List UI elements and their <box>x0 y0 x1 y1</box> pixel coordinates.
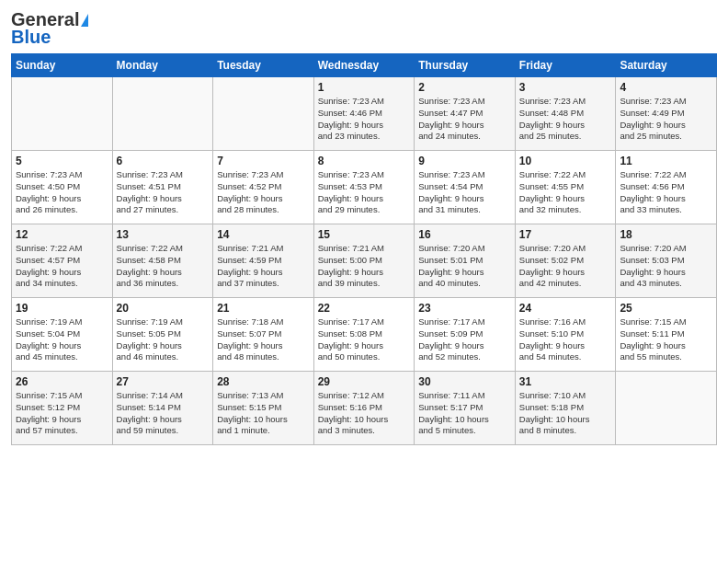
day-number: 10 <box>519 155 612 167</box>
day-info: Sunrise: 7:19 AM Sunset: 5:05 PM Dayligh… <box>117 316 210 363</box>
day-number: 25 <box>620 302 712 315</box>
day-number: 16 <box>418 228 511 241</box>
day-info: Sunrise: 7:23 AM Sunset: 4:53 PM Dayligh… <box>318 169 411 216</box>
day-cell: 9Sunrise: 7:23 AM Sunset: 4:54 PM Daylig… <box>415 151 516 224</box>
day-info: Sunrise: 7:20 AM Sunset: 5:02 PM Dayligh… <box>519 243 612 290</box>
day-number: 23 <box>418 302 511 315</box>
day-info: Sunrise: 7:21 AM Sunset: 5:00 PM Dayligh… <box>318 243 411 290</box>
day-cell: 17Sunrise: 7:20 AM Sunset: 5:02 PM Dayli… <box>515 224 616 298</box>
day-cell: 7Sunrise: 7:23 AM Sunset: 4:52 PM Daylig… <box>213 151 314 224</box>
day-info: Sunrise: 7:20 AM Sunset: 5:03 PM Dayligh… <box>620 243 712 290</box>
day-cell <box>112 77 213 151</box>
day-info: Sunrise: 7:19 AM Sunset: 5:04 PM Dayligh… <box>16 316 108 363</box>
week-row-1: 1Sunrise: 7:23 AM Sunset: 4:46 PM Daylig… <box>12 77 717 151</box>
day-info: Sunrise: 7:23 AM Sunset: 4:49 PM Dayligh… <box>620 96 712 143</box>
day-cell <box>616 372 717 445</box>
day-cell: 8Sunrise: 7:23 AM Sunset: 4:53 PM Daylig… <box>313 151 415 224</box>
day-cell: 1Sunrise: 7:23 AM Sunset: 4:46 PM Daylig… <box>313 77 415 151</box>
day-number: 4 <box>620 81 712 94</box>
day-cell: 19Sunrise: 7:19 AM Sunset: 5:04 PM Dayli… <box>12 298 113 372</box>
day-number: 17 <box>519 228 612 241</box>
day-cell <box>12 77 113 151</box>
day-cell: 28Sunrise: 7:13 AM Sunset: 5:15 PM Dayli… <box>213 372 314 445</box>
day-cell: 22Sunrise: 7:17 AM Sunset: 5:08 PM Dayli… <box>313 298 415 372</box>
day-cell: 2Sunrise: 7:23 AM Sunset: 4:47 PM Daylig… <box>415 77 516 151</box>
day-info: Sunrise: 7:23 AM Sunset: 4:47 PM Dayligh… <box>418 96 511 143</box>
day-number: 8 <box>318 155 411 167</box>
day-number: 11 <box>620 155 712 167</box>
day-cell: 3Sunrise: 7:23 AM Sunset: 4:48 PM Daylig… <box>515 77 616 151</box>
day-number: 19 <box>16 302 108 315</box>
weekday-header-row: SundayMondayTuesdayWednesdayThursdayFrid… <box>12 54 717 77</box>
day-number: 22 <box>318 302 411 315</box>
day-cell: 20Sunrise: 7:19 AM Sunset: 5:05 PM Dayli… <box>112 298 213 372</box>
day-number: 31 <box>519 375 612 388</box>
day-cell: 25Sunrise: 7:15 AM Sunset: 5:11 PM Dayli… <box>616 298 717 372</box>
day-cell: 21Sunrise: 7:18 AM Sunset: 5:07 PM Dayli… <box>213 298 314 372</box>
day-cell: 27Sunrise: 7:14 AM Sunset: 5:14 PM Dayli… <box>112 372 213 445</box>
day-info: Sunrise: 7:12 AM Sunset: 5:16 PM Dayligh… <box>318 390 411 437</box>
page: General Blue SundayMondayTuesdayWednesda… <box>0 0 728 563</box>
weekday-friday: Friday <box>515 54 616 77</box>
day-cell: 4Sunrise: 7:23 AM Sunset: 4:49 PM Daylig… <box>616 77 717 151</box>
day-cell: 18Sunrise: 7:20 AM Sunset: 5:03 PM Dayli… <box>616 224 717 298</box>
week-row-3: 12Sunrise: 7:22 AM Sunset: 4:57 PM Dayli… <box>12 224 717 298</box>
day-cell: 16Sunrise: 7:20 AM Sunset: 5:01 PM Dayli… <box>415 224 516 298</box>
day-info: Sunrise: 7:23 AM Sunset: 4:51 PM Dayligh… <box>117 169 210 216</box>
day-number: 6 <box>117 155 210 167</box>
day-info: Sunrise: 7:17 AM Sunset: 5:09 PM Dayligh… <box>418 316 511 363</box>
day-info: Sunrise: 7:21 AM Sunset: 4:59 PM Dayligh… <box>217 243 310 290</box>
day-info: Sunrise: 7:13 AM Sunset: 5:15 PM Dayligh… <box>217 390 310 437</box>
day-cell: 11Sunrise: 7:22 AM Sunset: 4:56 PM Dayli… <box>616 151 717 224</box>
day-info: Sunrise: 7:11 AM Sunset: 5:17 PM Dayligh… <box>418 390 511 437</box>
day-info: Sunrise: 7:23 AM Sunset: 4:50 PM Dayligh… <box>16 169 108 216</box>
day-number: 30 <box>418 375 511 388</box>
day-info: Sunrise: 7:10 AM Sunset: 5:18 PM Dayligh… <box>519 390 612 437</box>
day-info: Sunrise: 7:23 AM Sunset: 4:52 PM Dayligh… <box>217 169 310 216</box>
day-info: Sunrise: 7:22 AM Sunset: 4:57 PM Dayligh… <box>16 243 108 290</box>
day-number: 9 <box>418 155 511 167</box>
day-cell: 14Sunrise: 7:21 AM Sunset: 4:59 PM Dayli… <box>213 224 314 298</box>
day-cell: 12Sunrise: 7:22 AM Sunset: 4:57 PM Dayli… <box>12 224 113 298</box>
weekday-sunday: Sunday <box>12 54 113 77</box>
day-number: 1 <box>318 81 411 94</box>
calendar: SundayMondayTuesdayWednesdayThursdayFrid… <box>11 53 717 445</box>
day-number: 15 <box>318 228 411 241</box>
day-number: 5 <box>16 155 108 167</box>
day-number: 21 <box>217 302 310 315</box>
day-cell: 10Sunrise: 7:22 AM Sunset: 4:55 PM Dayli… <box>515 151 616 224</box>
day-number: 12 <box>16 228 108 241</box>
day-info: Sunrise: 7:18 AM Sunset: 5:07 PM Dayligh… <box>217 316 310 363</box>
day-info: Sunrise: 7:23 AM Sunset: 4:48 PM Dayligh… <box>519 96 612 143</box>
day-number: 13 <box>117 228 210 241</box>
day-number: 24 <box>519 302 612 315</box>
day-cell: 6Sunrise: 7:23 AM Sunset: 4:51 PM Daylig… <box>112 151 213 224</box>
weekday-tuesday: Tuesday <box>213 54 314 77</box>
day-cell: 29Sunrise: 7:12 AM Sunset: 5:16 PM Dayli… <box>313 372 415 445</box>
day-number: 18 <box>620 228 712 241</box>
day-number: 20 <box>117 302 210 315</box>
day-number: 27 <box>117 375 210 388</box>
logo-blue: Blue <box>11 27 51 48</box>
week-row-4: 19Sunrise: 7:19 AM Sunset: 5:04 PM Dayli… <box>12 298 717 372</box>
week-row-2: 5Sunrise: 7:23 AM Sunset: 4:50 PM Daylig… <box>12 151 717 224</box>
day-cell: 31Sunrise: 7:10 AM Sunset: 5:18 PM Dayli… <box>515 372 616 445</box>
day-cell: 13Sunrise: 7:22 AM Sunset: 4:58 PM Dayli… <box>112 224 213 298</box>
logo-triangle-icon <box>81 14 88 27</box>
day-info: Sunrise: 7:20 AM Sunset: 5:01 PM Dayligh… <box>418 243 511 290</box>
day-number: 14 <box>217 228 310 241</box>
day-info: Sunrise: 7:17 AM Sunset: 5:08 PM Dayligh… <box>318 316 411 363</box>
day-info: Sunrise: 7:15 AM Sunset: 5:12 PM Dayligh… <box>16 390 108 437</box>
day-info: Sunrise: 7:14 AM Sunset: 5:14 PM Dayligh… <box>117 390 210 437</box>
header: General Blue <box>11 9 717 48</box>
day-cell: 15Sunrise: 7:21 AM Sunset: 5:00 PM Dayli… <box>313 224 415 298</box>
day-info: Sunrise: 7:16 AM Sunset: 5:10 PM Dayligh… <box>519 316 612 363</box>
weekday-monday: Monday <box>112 54 213 77</box>
weekday-thursday: Thursday <box>415 54 516 77</box>
day-number: 7 <box>217 155 310 167</box>
day-cell: 24Sunrise: 7:16 AM Sunset: 5:10 PM Dayli… <box>515 298 616 372</box>
day-number: 28 <box>217 375 310 388</box>
day-info: Sunrise: 7:23 AM Sunset: 4:54 PM Dayligh… <box>418 169 511 216</box>
day-number: 26 <box>16 375 108 388</box>
day-info: Sunrise: 7:15 AM Sunset: 5:11 PM Dayligh… <box>620 316 712 363</box>
